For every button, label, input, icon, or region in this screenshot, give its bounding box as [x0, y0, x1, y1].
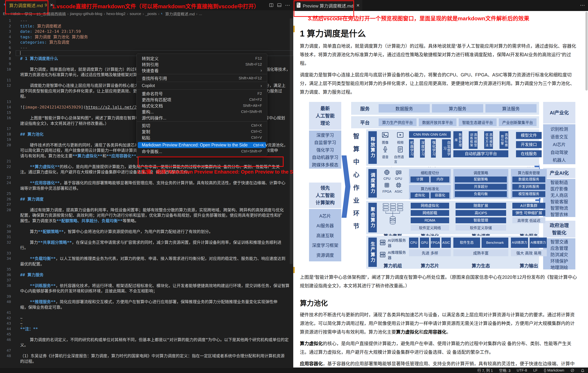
modified-marker	[293, 26, 295, 32]
breadcrumb-item[interactable]: ...	[199, 11, 203, 16]
diagram-box: 成熟丰富	[453, 249, 508, 256]
line-number: 21	[0, 159, 16, 164]
diagram-box: 智能管理	[456, 217, 506, 223]
line-number	[0, 245, 16, 251]
status-item[interactable]: {} Markdown	[544, 368, 564, 373]
diagram-box: CPU	[409, 237, 418, 248]
editor-line: 40 **推理服务**，简化应用部署流程和交互模式，方便用户在智算中心进行应用部…	[0, 299, 293, 305]
breadcrumb-item[interactable]: jiangsy-github-blog	[70, 11, 103, 16]
more-actions-icon[interactable]: ⋯	[580, 2, 585, 8]
diagram-group: 算力标准化虚拟化容器化	[409, 185, 451, 199]
diagram-box: 虚拟化	[410, 192, 429, 198]
context-menu-item[interactable]: 粘贴Ctrl+V	[137, 134, 267, 140]
diagram-box: 开发训练服务	[512, 184, 545, 190]
context-menu-item[interactable]: 复制Ctrl+C	[137, 128, 267, 134]
context-menu-item[interactable]: 格式化文档Shift+Alt+F	[137, 102, 267, 108]
annotation-step1: 1.vscode直接打开markdown文件（可以将markdown文件直接拖到…	[52, 2, 259, 10]
diagram-box: 高带宽 低延迟	[512, 217, 545, 223]
context-menu-item[interactable]: 更改所有匹配项Ctrl+F2	[137, 96, 267, 102]
preview-scrollbar[interactable]	[585, 12, 588, 91]
breadcrumb-item[interactable]: Hdisk	[10, 11, 21, 16]
preview-heading-2: 算力池化	[300, 298, 578, 308]
tab-preview[interactable]: Preview 算力调度概述.md ✕	[293, 0, 363, 11]
diagram-list-item: 智慧交通	[550, 238, 568, 245]
diagram-box: AI训练算力	[511, 237, 528, 248]
menu-separator	[137, 89, 267, 90]
editor-line: 45	[0, 331, 293, 337]
editor-line: 37	[0, 277, 293, 283]
context-menu-item[interactable]: Markdown Preview Enhanced: Open Preview …	[138, 142, 266, 148]
menu-separator	[137, 74, 267, 74]
diagram-list-item: 环境保护	[550, 257, 568, 264]
line-number: 3	[0, 29, 16, 34]
editor-line: 32 算力**共享超分策略**，在保证业务正常申请需求与扩容需求的同时，减少算力…	[0, 240, 293, 245]
line-number: 31	[0, 234, 16, 240]
editor-scrollbar[interactable]	[290, 18, 293, 264]
diagram-box: 数据处理服务	[512, 177, 545, 182]
diagram-list-item: 医疗影像	[550, 185, 568, 192]
context-menu-item[interactable]: 源代码操作...	[137, 115, 267, 121]
status-item[interactable]: 空格: 3	[499, 368, 511, 373]
diagram-box: 高吞吐推荐引擎	[500, 131, 508, 149]
tab-markdown-file[interactable]: 算力调度概述.md 9 ✕	[0, 0, 56, 10]
editor-line: 30 算力**配额策略**，智算中心会将池化的计算资源提供给用户，为用户的算力配…	[0, 229, 293, 234]
context-menu-item[interactable]: 转到定义F12	[137, 55, 267, 61]
diagram-caption: 算力输出	[511, 261, 547, 269]
diagram-group: 细粒度切分计算内存	[409, 169, 451, 183]
preview-paragraph: 应用容器化，基于容器化的应用部署策略能够显著降低管理应用、支持业务的计算开销，具…	[300, 359, 578, 367]
bell-icon[interactable]	[581, 368, 585, 373]
diagram-top-row: 平台算力生产供应平台数据开放共享平台智能生态建设平台产业创新聚集平台	[351, 116, 539, 128]
status-item[interactable]: UTF-8	[517, 368, 527, 373]
status-item[interactable]: LF	[533, 368, 537, 373]
diagram-box: 网络卸载	[411, 210, 449, 216]
context-menu: 转到定义F12转到引用Shift+F12快速查看›查找所有引用Shift+Alt…	[136, 53, 267, 156]
diagram-tier: 生产算力AI训练服务器AI推理服务器CPUGPUFPGAASIC先进 多样软件生…	[366, 236, 539, 269]
line-number: 40	[0, 299, 16, 305]
close-icon[interactable]: ✕	[356, 3, 360, 8]
context-menu-item[interactable]: 重构...Ctrl+Shift+R	[137, 108, 267, 115]
split-editor-icon[interactable]	[269, 3, 274, 8]
tab-label: 算力调度概述.md	[9, 2, 43, 9]
line-number: 19	[0, 137, 16, 142]
line-number: 7	[0, 50, 16, 56]
diagram-list-item: 智慧农林	[550, 211, 568, 217]
breadcrumb-item[interactable]: _posts	[145, 11, 157, 16]
copilot-disabled-icon[interactable]	[570, 368, 574, 373]
layout-icon[interactable]	[277, 3, 282, 8]
line-number: 16	[0, 115, 16, 121]
editor-line: 42~	[0, 315, 293, 321]
breadcrumb-item[interactable]: E:	[3, 11, 7, 16]
status-item[interactable]: 行 7, 列 1	[477, 368, 493, 373]
editor-line: 46 算力调度的名词定义，不同的研究机构或单位对其稍有不同，但基本上都是以“对计…	[0, 337, 293, 342]
preview-file-icon	[296, 2, 301, 9]
diagram-box: 模型文件	[516, 132, 542, 139]
context-menu-item[interactable]: 快速查看›	[137, 67, 267, 73]
markdown-preview[interactable]: 3.然后vscode在旁边打开一个预览视图窗口，里面呈现的就是markdown文…	[293, 11, 586, 367]
diagram-chip: FPGA	[382, 182, 391, 193]
editor-line: 1---	[0, 18, 293, 23]
context-menu-item[interactable]: 查找所有引用Shift+Alt+F12	[137, 75, 267, 81]
breadcrumb-item[interactable]: hexo-blog2	[106, 11, 126, 16]
diagram-box: 智能生态建设平台	[459, 118, 497, 126]
line-number: 24	[0, 180, 16, 186]
context-menu-item[interactable]: Copilot›	[137, 83, 267, 89]
breadcrumb-item[interactable]: source	[129, 11, 142, 16]
line-number: 9	[0, 61, 16, 67]
more-actions-icon[interactable]: ⋯	[285, 2, 291, 8]
context-menu-item[interactable]: 转到引用Shift+F12	[137, 61, 267, 67]
context-menu-item[interactable]: 剪切Ctrl+X	[137, 122, 267, 128]
diagram-tier-label: 生产算力	[368, 237, 377, 267]
context-menu-item[interactable]: 重命名符号F2	[137, 90, 267, 96]
diagram-list-item: 防洪减灾	[550, 251, 568, 257]
editor-line: 44**注：**	[0, 326, 293, 332]
line-number: 25	[0, 191, 16, 196]
context-menu-item[interactable]: 命令面板...Ctrl+Shift+P	[137, 148, 267, 154]
breadcrumb-item[interactable]: 15_东搞搞西搞搞	[36, 11, 66, 17]
breadcrumb-item[interactable]: 学习	[24, 11, 33, 17]
line-number	[0, 186, 16, 191]
breadcrumb-item[interactable]: 算力调度概述.md	[165, 11, 195, 17]
editor-line: 25	[0, 191, 293, 196]
diagram-box: 弹性 可伸缩扩展	[512, 210, 545, 216]
right-tab-bar: Preview 算力调度概述.md ✕ ⋯	[293, 0, 588, 11]
editor-line: 38 **训练服务**，依托容器化技术，将运行环境、框架适配过程标准化、模块化，…	[0, 283, 293, 288]
